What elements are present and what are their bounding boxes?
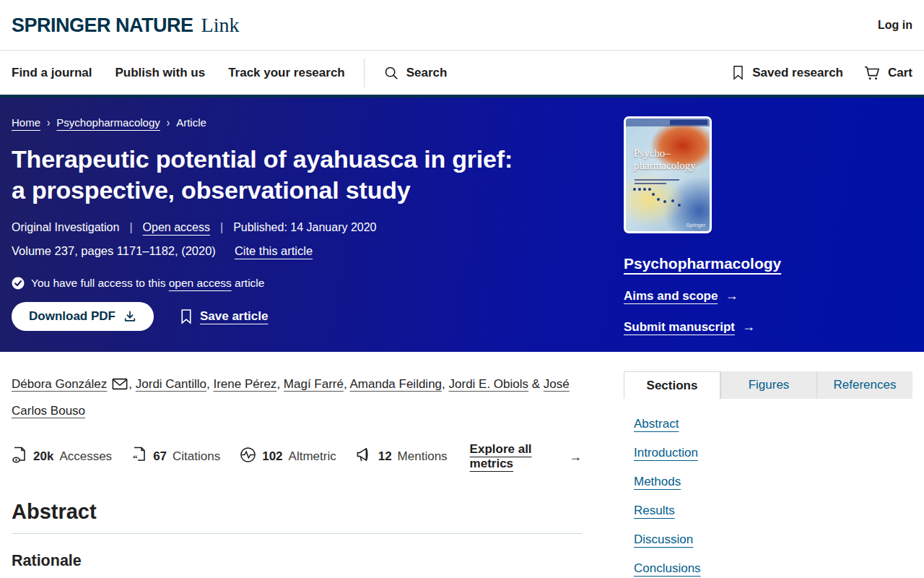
cover-publisher: Springer (687, 223, 705, 228)
download-pdf-label: Download PDF (29, 309, 116, 324)
cite-article-link[interactable]: Cite this article (235, 244, 313, 258)
metric-label: Mentions (398, 449, 448, 464)
aims-and-scope-link[interactable]: Aims and scope → (624, 288, 912, 303)
section-link-row: Methods (634, 475, 912, 504)
save-article-label: Save article (200, 309, 269, 324)
tab-references[interactable]: References (816, 371, 912, 399)
journal-home-link[interactable]: Psychopharmacology (624, 255, 781, 272)
access-row: You have full access to this open access… (12, 277, 582, 290)
download-icon (123, 310, 136, 323)
metric-mentions[interactable]: 12Mentions (356, 447, 448, 467)
cover-title: Psycho– pharmacology (634, 147, 696, 173)
metric-altmetric[interactable]: 102Altmetric (240, 447, 336, 467)
author-link-amanda-feilding[interactable]: Amanda Feilding (349, 377, 442, 391)
arrow-right-icon: → (725, 288, 738, 303)
saved-research-link[interactable]: Saved research (731, 65, 843, 80)
access-text: You have full access to this open access… (31, 277, 264, 290)
author-link-irene-p-rez[interactable]: Irene Pérez (213, 377, 276, 391)
section-link-results[interactable]: Results (634, 504, 675, 518)
section-link-methods[interactable]: Methods (634, 475, 681, 489)
chevron-right-icon: › (167, 116, 170, 129)
search-label: Search (406, 66, 448, 80)
search-icon (383, 65, 399, 81)
main-nav: Find a journalPublish with usTrack your … (0, 51, 924, 98)
metric-value: 67 (153, 449, 167, 464)
login-link[interactable]: Log in (878, 19, 912, 32)
breadcrumb-item-article: Article (176, 116, 206, 129)
envelope-icon[interactable] (112, 379, 128, 393)
section-link-row: Results (634, 504, 912, 532)
title-line-1: Therapeutic potential of ayahuasca in gr… (12, 145, 513, 173)
section-link-introduction[interactable]: Introduction (634, 446, 698, 460)
search-button[interactable]: Search (383, 65, 448, 81)
open-access-link[interactable]: Open access (143, 221, 210, 234)
nav-item-find-a-journal[interactable]: Find a journal (12, 66, 92, 80)
breadcrumb-item-psychopharmacology[interactable]: Psychopharmacology (56, 116, 160, 129)
section-link-abstract[interactable]: Abstract (634, 417, 679, 431)
rationale-heading: Rationale (12, 552, 582, 570)
saved-research-label: Saved research (752, 66, 843, 80)
bookmark-icon (731, 65, 745, 80)
hero-main: Home›Psychopharmacology›Article Therapeu… (12, 116, 582, 335)
save-article-button[interactable]: Save article (180, 309, 269, 324)
cart-link[interactable]: Cart (863, 65, 912, 81)
article-meta: Original Investigation | Open access | P… (12, 221, 582, 234)
breadcrumb-item-home[interactable]: Home (12, 116, 40, 129)
aims-and-scope-label: Aims and scope (624, 289, 718, 303)
explore-all-metrics-label: Explore all metrics (470, 442, 563, 471)
page-title: Therapeutic potential of ayahuasca in gr… (12, 144, 582, 206)
cart-label: Cart (888, 66, 912, 80)
metric-citations[interactable]: “67Citations (131, 447, 220, 467)
bookmark-icon (180, 309, 193, 324)
section-link-conclusions[interactable]: Conclusions (634, 561, 701, 576)
journal-cover-image[interactable]: Psycho– pharmacology Springer (624, 116, 712, 233)
author-link-mag-farr[interactable]: Magí Farré (284, 377, 344, 391)
metric-accesses[interactable]: 20kAccesses (12, 447, 112, 467)
arrow-right-icon: → (742, 319, 755, 335)
metric-value: 20k (33, 449, 53, 464)
metric-label: Accesses (59, 449, 112, 464)
published-date: Published: 14 January 2020 (233, 221, 376, 234)
tab-sections[interactable]: Sections (624, 371, 720, 399)
altmetric-icon (240, 447, 256, 467)
springer-nature-link-logo[interactable]: SPRINGER NATURE Link (12, 14, 239, 37)
citations-icon: “ (131, 447, 147, 467)
cover-issue-box (670, 120, 707, 125)
nav-item-publish-with-us[interactable]: Publish with us (115, 66, 205, 80)
article-sidebar: SectionsFiguresReferences AbstractIntrod… (624, 352, 912, 578)
cart-icon (863, 65, 881, 81)
submit-manuscript-label: Submit manuscript (624, 320, 735, 335)
tab-figures[interactable]: Figures (720, 371, 816, 399)
volume-info: Volume 237, pages 1171–1182, (2020) (12, 244, 216, 258)
article-hero: Home›Psychopharmacology›Article Therapeu… (0, 98, 924, 352)
metric-label: Altmetric (289, 449, 336, 464)
section-link-row: Discussion (634, 532, 912, 561)
download-pdf-button[interactable]: Download PDF (12, 302, 154, 331)
accesses-icon (12, 447, 27, 467)
metric-value: 102 (262, 449, 282, 464)
section-link-row: Introduction (634, 446, 912, 475)
section-links: AbstractIntroductionMethodsResultsDiscus… (624, 417, 912, 578)
authors-line: Débora González, Jordi Cantillo, Irene P… (12, 372, 575, 423)
author-link-jordi-e-obiols[interactable]: Jordi E. Obiols (449, 377, 529, 391)
svg-text:“: “ (133, 453, 138, 464)
abstract-heading: Abstract (12, 500, 582, 524)
article-main: Débora González, Jordi Cantillo, Irene P… (12, 352, 582, 578)
nav-item-track-your-research[interactable]: Track your research (228, 66, 345, 80)
submit-manuscript-link[interactable]: Submit manuscript → (624, 319, 912, 335)
check-circle-icon (12, 277, 25, 290)
title-line-2: a prospective, observational study (12, 176, 411, 204)
author-link-d-bora-gonz-lez[interactable]: Débora González (12, 377, 107, 391)
logo-springer-nature: SPRINGER NATURE (12, 14, 193, 37)
volume-row: Volume 237, pages 1171–1182, (2020) Cite… (12, 244, 582, 258)
section-link-discussion[interactable]: Discussion (634, 532, 693, 547)
chevron-right-icon: › (47, 116, 50, 129)
metrics-bar: 20kAccesses“67Citations102Altmetric12Men… (12, 442, 582, 471)
explore-all-metrics-link[interactable]: Explore all metrics → (470, 442, 582, 471)
author-link-jordi-cantillo[interactable]: Jordi Cantillo (136, 377, 206, 391)
site-header: SPRINGER NATURE Link Log in (0, 0, 924, 51)
section-link-row: Conclusions (634, 561, 912, 578)
journal-panel: Psycho– pharmacology Springer (624, 116, 912, 335)
section-link-row: Abstract (634, 417, 912, 446)
open-access-inline-link[interactable]: open access (169, 277, 232, 289)
